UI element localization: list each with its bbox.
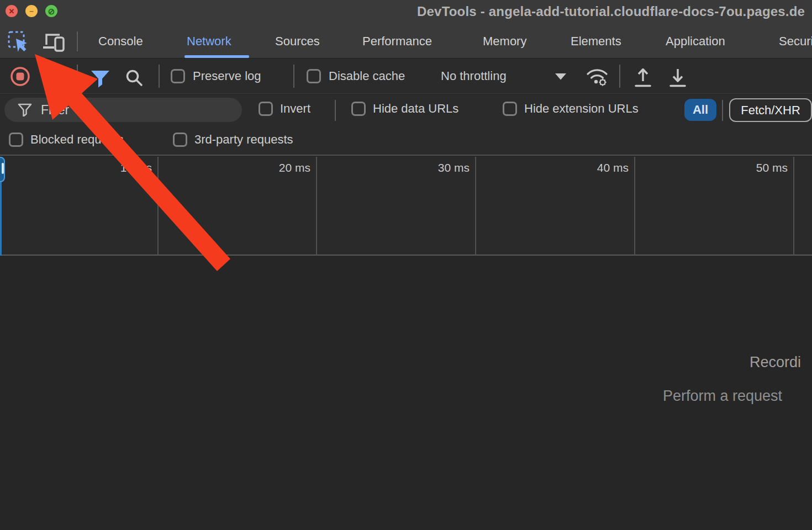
overview-drag-handle[interactable]: [0, 157, 5, 182]
hide-extension-urls-label[interactable]: Hide extension URLs: [524, 102, 639, 116]
import-har-icon: [633, 67, 653, 88]
throttling-dropdown-caret[interactable]: [555, 73, 567, 80]
filter-input[interactable]: [41, 103, 223, 118]
network-toolbar: Preserve log Disable cache No throttling: [0, 59, 812, 94]
inspect-cursor-icon: [7, 30, 29, 52]
record-network-log-button[interactable]: [10, 66, 30, 87]
timeline-column: 40 ms: [476, 157, 635, 256]
disable-cache-checkbox[interactable]: [307, 69, 321, 83]
search-icon: [125, 68, 144, 87]
window-controls: ✕ − ⊘: [6, 5, 57, 17]
devtools-window: ✕ − ⊘ DevTools - angela-add-tutorial.clo…: [0, 0, 812, 530]
divider: [159, 65, 160, 88]
tab-memory[interactable]: Memory: [483, 24, 526, 58]
third-party-requests-option[interactable]: 3rd-party requests: [173, 132, 293, 147]
clear-network-log-button[interactable]: [42, 67, 60, 85]
invert-option[interactable]: Invert: [259, 102, 310, 116]
tab-security[interactable]: Security: [779, 24, 812, 58]
hide-data-urls-checkbox[interactable]: [351, 102, 366, 116]
preserve-log-checkbox[interactable]: [171, 69, 185, 83]
network-conditions-button[interactable]: [585, 67, 609, 87]
filter-funnel-small-icon: [18, 103, 32, 116]
filter-toggle-button[interactable]: [90, 70, 110, 88]
preserve-log-option[interactable]: Preserve log: [171, 69, 261, 83]
tab-sources[interactable]: Sources: [275, 24, 320, 58]
hide-data-urls-label[interactable]: Hide data URLs: [373, 102, 458, 116]
blocked-requests-label[interactable]: Blocked requests: [30, 132, 124, 147]
network-filter-bar: Invert Hide data URLs Hide extension URL…: [0, 94, 812, 126]
filter-funnel-icon: [90, 70, 110, 88]
close-window-button[interactable]: ✕: [6, 5, 18, 17]
divider: [722, 100, 723, 121]
timeline-column: 20 ms: [159, 157, 317, 256]
divider: [77, 65, 78, 88]
blocked-requests-option[interactable]: Blocked requests: [9, 132, 124, 147]
inspect-element-button[interactable]: [7, 30, 30, 53]
hide-extension-urls-option[interactable]: Hide extension URLs: [503, 102, 639, 116]
device-toolbar-icon: [42, 30, 65, 52]
filter-input-container[interactable]: [4, 98, 242, 122]
window-title: DevTools - angela-add-tutorial.cloudflar…: [417, 4, 805, 19]
tab-console[interactable]: Console: [98, 24, 143, 58]
blocked-requests-checkbox[interactable]: [9, 132, 23, 147]
record-stop-icon: [10, 66, 30, 87]
empty-state-hint-text: Perform a request: [663, 388, 782, 405]
divider: [77, 31, 78, 51]
hide-data-urls-option[interactable]: Hide data URLs: [351, 102, 458, 116]
tab-network[interactable]: Network: [187, 24, 231, 58]
zoom-window-button[interactable]: ⊘: [45, 5, 57, 17]
invert-label[interactable]: Invert: [280, 102, 310, 116]
divider: [335, 100, 336, 121]
hide-extension-urls-checkbox[interactable]: [503, 102, 517, 116]
device-toolbar-button[interactable]: [42, 30, 65, 53]
search-button[interactable]: [125, 68, 144, 87]
network-conditions-icon: [585, 67, 609, 87]
titlebar: ✕ − ⊘ DevTools - angela-add-tutorial.clo…: [0, 0, 812, 24]
clear-icon: [42, 67, 60, 85]
preserve-log-label[interactable]: Preserve log: [193, 69, 261, 83]
throttling-dropdown[interactable]: No throttling: [441, 59, 507, 94]
overview-drag-handle-mark: [2, 163, 4, 174]
disable-cache-option[interactable]: Disable cache: [307, 69, 405, 83]
timeline-column: 30 ms: [317, 157, 476, 256]
export-har-icon: [668, 67, 688, 88]
tab-elements[interactable]: Elements: [571, 24, 621, 58]
network-options-bar: Blocked requests 3rd-party requests: [0, 126, 812, 156]
throttling-value: No throttling: [441, 69, 507, 83]
chevron-down-icon: [555, 73, 567, 80]
devtools-tabbar: Console Network Sources Performance Memo…: [0, 24, 812, 59]
timeline-column: 50 ms: [635, 157, 794, 256]
timeline-column: 10 ms: [0, 157, 159, 256]
tab-application[interactable]: Application: [666, 24, 725, 58]
disable-cache-label[interactable]: Disable cache: [329, 69, 405, 83]
tab-performance[interactable]: Performance: [362, 24, 432, 58]
overview-window-edge: [0, 182, 2, 256]
export-har-button[interactable]: [668, 67, 688, 88]
active-tab-indicator: [184, 55, 249, 58]
divider: [619, 65, 620, 88]
minimize-window-button[interactable]: −: [25, 5, 38, 17]
import-har-button[interactable]: [633, 67, 653, 88]
filter-all-button[interactable]: All: [684, 99, 716, 121]
divider: [293, 65, 294, 88]
invert-checkbox[interactable]: [259, 102, 273, 116]
filter-fetch-xhr-button[interactable]: Fetch/XHR: [729, 98, 812, 122]
network-overview-timeline[interactable]: 10 ms 20 ms 30 ms 40 ms 50 ms: [0, 157, 812, 256]
third-party-requests-checkbox[interactable]: [173, 132, 187, 147]
empty-state-recording-text: Recordi: [750, 354, 801, 371]
requests-panel: Recordi Perform a request: [0, 257, 812, 530]
third-party-requests-label[interactable]: 3rd-party requests: [194, 132, 293, 147]
